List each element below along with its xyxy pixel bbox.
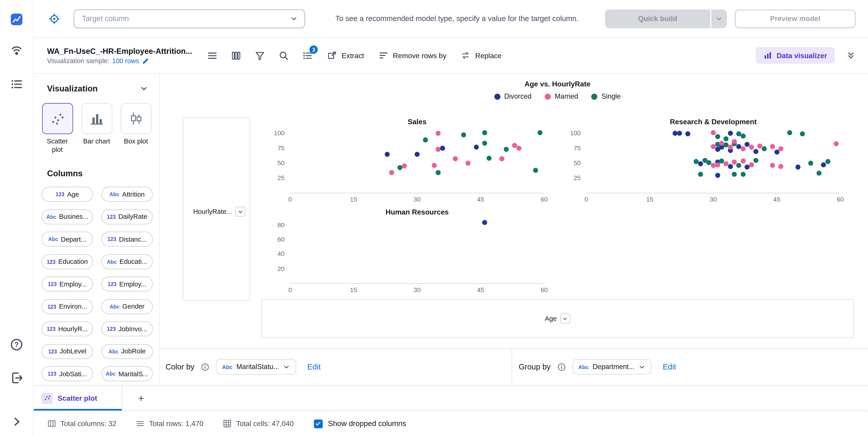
x-axis-drop-zone[interactable]: Age bbox=[261, 299, 854, 338]
color-by-edit-link[interactable]: Edit bbox=[307, 362, 321, 371]
y-tick-label: 100 bbox=[557, 129, 581, 137]
column-pill[interactable]: AbcGender bbox=[101, 299, 153, 314]
expand-panel-chevron-icon[interactable] bbox=[9, 414, 24, 429]
facet-human-resources: Human Resources 20406080015304560 bbox=[261, 205, 554, 299]
data-visualizer-button[interactable]: Data visualizer bbox=[756, 47, 835, 64]
checkbox-checked-icon[interactable] bbox=[313, 419, 322, 428]
steps-count-badge: 3 bbox=[309, 46, 318, 54]
dataset-title: WA_Fn-UseC_-HR-Employee-Attrition... bbox=[47, 46, 192, 55]
column-pill[interactable]: 123Employ... bbox=[101, 277, 153, 291]
dataset-toolbar: WA_Fn-UseC_-HR-Employee-Attrition... Vis… bbox=[33, 38, 868, 74]
replace-button[interactable]: Replace bbox=[461, 51, 502, 60]
facet-research-development: Research & Development 25507510001530456… bbox=[557, 114, 850, 208]
x-variable-select[interactable]: Age bbox=[545, 314, 570, 324]
scatter-point bbox=[402, 163, 407, 168]
column-pill[interactable]: 123Distanc... bbox=[101, 232, 153, 246]
x-tick-label: 0 bbox=[282, 286, 298, 293]
y-variable-select[interactable]: HourlyRate... bbox=[193, 207, 245, 216]
color-by-label: Color by bbox=[165, 362, 194, 371]
info-icon[interactable] bbox=[557, 363, 565, 371]
quick-build-button[interactable]: Quick build bbox=[605, 9, 710, 28]
chart-type-scatter-plot[interactable] bbox=[42, 103, 73, 134]
facet-sales: Sales 255075100015304560 bbox=[261, 114, 554, 208]
scatter-point bbox=[711, 144, 716, 149]
column-pill[interactable]: 123DailyRate bbox=[101, 209, 153, 224]
target-column-select[interactable]: Target column bbox=[74, 9, 305, 28]
column-pill[interactable]: 123Age bbox=[41, 187, 93, 202]
scatter-point bbox=[723, 142, 728, 147]
plot-area bbox=[290, 219, 544, 284]
group-by-edit-link[interactable]: Edit bbox=[663, 362, 676, 371]
scatter-point bbox=[499, 156, 504, 161]
column-pill[interactable]: AbcBusines... bbox=[41, 209, 93, 224]
remove-rows-button[interactable]: Remove rows by bbox=[378, 51, 446, 60]
y-tick-label: 60 bbox=[261, 236, 285, 243]
help-icon[interactable]: ? bbox=[9, 337, 24, 352]
filter-icon[interactable] bbox=[254, 50, 265, 61]
info-icon[interactable] bbox=[201, 363, 209, 371]
chart-type-box-plot[interactable] bbox=[121, 103, 151, 134]
scatter-point bbox=[741, 133, 745, 138]
search-icon[interactable] bbox=[278, 50, 289, 61]
model-hint-text: To see a recommended model type, specify… bbox=[336, 14, 579, 23]
column-pill[interactable]: 123Education bbox=[41, 254, 93, 269]
column-pill[interactable]: AbcEducati... bbox=[101, 254, 153, 269]
tab-scatter-plot[interactable]: Scatter plot bbox=[33, 385, 122, 410]
scatter-point bbox=[741, 146, 745, 151]
column-view-icon[interactable] bbox=[230, 50, 241, 61]
row-view-icon[interactable] bbox=[207, 50, 218, 61]
scatter-point bbox=[414, 152, 420, 157]
chart-type-bar-chart[interactable] bbox=[81, 103, 112, 134]
column-pill[interactable]: AbcDepart... bbox=[41, 232, 93, 246]
target-column-placeholder: Target column bbox=[82, 14, 129, 23]
scatter-point bbox=[715, 173, 720, 178]
scatter-point bbox=[817, 171, 822, 176]
x-tick-label: 0 bbox=[282, 196, 298, 203]
column-pill[interactable]: AbcJobRole bbox=[101, 344, 153, 359]
add-tab-button[interactable]: + bbox=[130, 385, 152, 410]
facet-title: Human Resources bbox=[290, 208, 544, 216]
show-dropped-columns-toggle[interactable]: Show dropped columns bbox=[313, 419, 406, 428]
datasets-list-icon[interactable] bbox=[9, 77, 24, 91]
column-pill[interactable]: 123Environ... bbox=[41, 299, 93, 314]
column-pill[interactable]: 123JobSati... bbox=[41, 366, 93, 381]
group-by-select[interactable]: Abc Department... bbox=[572, 359, 652, 375]
autopilot-icon[interactable] bbox=[9, 45, 24, 59]
collapse-toolbar-icon[interactable] bbox=[845, 49, 857, 62]
x-tick-label: 15 bbox=[345, 286, 362, 293]
edit-pencil-icon[interactable] bbox=[142, 57, 149, 64]
steps-list-icon[interactable]: 3 bbox=[302, 50, 313, 61]
column-pill[interactable]: AbcAttrition bbox=[101, 187, 153, 202]
quick-build-dropdown-button[interactable] bbox=[711, 9, 727, 28]
x-tick-label: 45 bbox=[472, 196, 489, 203]
y-axis-drop-zone[interactable]: HourlyRate... bbox=[183, 117, 250, 301]
section-collapse-chevron-icon[interactable] bbox=[140, 84, 148, 93]
scatter-point bbox=[741, 172, 745, 177]
sign-out-icon[interactable] bbox=[9, 371, 24, 385]
column-pill[interactable]: 123Employ... bbox=[41, 277, 93, 291]
scatter-point bbox=[685, 132, 690, 137]
app-logo-icon[interactable] bbox=[9, 12, 24, 27]
extract-button[interactable]: Extract bbox=[327, 51, 364, 60]
preview-model-button[interactable]: Preview model bbox=[735, 9, 856, 28]
scatter-point bbox=[778, 146, 783, 151]
group-by-label: Group by bbox=[519, 362, 551, 371]
sample-rows-link[interactable]: 100 rows bbox=[112, 57, 139, 64]
scatter-point bbox=[770, 163, 775, 168]
column-pill[interactable]: AbcMaritalS... bbox=[101, 366, 153, 381]
scatter-point bbox=[762, 146, 767, 151]
scatter-point bbox=[453, 156, 458, 161]
scatter-point bbox=[474, 145, 479, 150]
x-tick-label: 30 bbox=[409, 286, 426, 293]
column-pill[interactable]: 123JobInvo... bbox=[101, 321, 153, 336]
column-pill[interactable]: 123JobLevel bbox=[41, 344, 93, 359]
app-window: ? Target column To see a recommended mod… bbox=[0, 0, 868, 436]
chart-title: Age vs. HourlyRate bbox=[261, 80, 854, 88]
top-header: Target column To see a recommended model… bbox=[33, 0, 868, 38]
target-crosshair-icon bbox=[49, 13, 60, 24]
total-cells-stat: Total cells: 47,040 bbox=[223, 419, 293, 428]
color-by-select[interactable]: Abc MaritalStatu... bbox=[216, 359, 296, 375]
chart-type-label: Box plot bbox=[124, 137, 148, 146]
legend-item: Divorced bbox=[494, 92, 531, 100]
column-pill[interactable]: 123HourlyR... bbox=[41, 321, 93, 336]
